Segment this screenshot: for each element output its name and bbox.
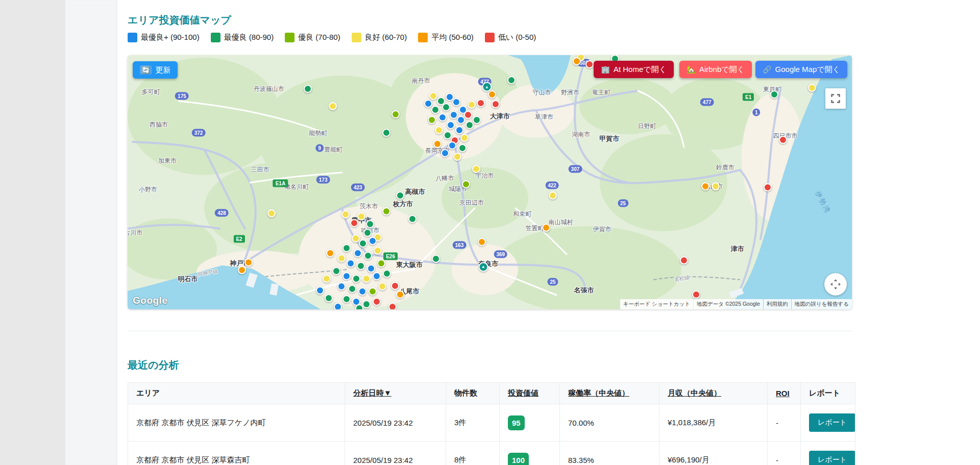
refresh-map-button[interactable]: 🔄 更新 (133, 61, 178, 79)
column-header-link[interactable]: 投資価値 (500, 383, 560, 404)
area-marker[interactable] (431, 106, 439, 114)
area-marker[interactable] (542, 224, 550, 232)
column-header-link[interactable]: 月収（中央値） (659, 383, 768, 404)
area-marker[interactable] (391, 110, 400, 118)
area-marker[interactable] (770, 90, 778, 99)
pan-control[interactable] (824, 273, 847, 296)
area-marker[interactable] (350, 219, 358, 227)
area-marker[interactable] (374, 247, 382, 255)
fullscreen-button[interactable] (825, 88, 846, 109)
area-marker[interactable] (477, 99, 485, 107)
open-airbnb-button[interactable]: 🏡 Airbnbで開く (679, 61, 752, 78)
area-marker[interactable] (388, 303, 397, 309)
area-marker[interactable] (507, 76, 516, 84)
report-map-error-link[interactable]: 地図の誤りを報告する (792, 299, 852, 309)
area-marker[interactable] (549, 191, 557, 200)
area-marker[interactable] (460, 134, 469, 142)
area-marker[interactable] (352, 275, 360, 283)
area-marker[interactable] (325, 294, 333, 302)
column-header-link[interactable]: ROI (768, 383, 801, 404)
report-button[interactable]: レポート (809, 451, 855, 465)
investment-map[interactable]: 多可町丹波篠山市南丹市西脇市加東市小野市古川市三田市猪名川町能勢町豊能町明石市神… (128, 55, 852, 309)
area-marker[interactable] (692, 290, 700, 299)
area-marker[interactable] (369, 287, 377, 296)
area-marker[interactable] (267, 209, 276, 217)
area-marker[interactable] (492, 100, 500, 108)
area-marker[interactable] (362, 300, 371, 308)
area-marker[interactable] (348, 285, 356, 293)
area-marker[interactable] (444, 131, 452, 139)
area-marker[interactable] (369, 237, 377, 245)
area-marker[interactable] (458, 144, 467, 152)
terms-link[interactable]: 利用規約 (764, 299, 791, 309)
area-marker[interactable] (447, 121, 455, 129)
area-marker[interactable] (342, 244, 351, 252)
area-marker[interactable] (455, 126, 463, 134)
area-marker[interactable] (452, 98, 460, 106)
area-marker[interactable] (573, 57, 581, 65)
area-marker[interactable] (712, 182, 720, 190)
area-marker[interactable] (448, 141, 456, 150)
area-marker[interactable] (701, 182, 709, 190)
area-marker[interactable] (326, 249, 334, 257)
column-header-sort[interactable]: 分析日時▼ (345, 383, 446, 404)
open-athome-button[interactable]: 🏢 At Homeで開く (594, 61, 674, 78)
area-marker[interactable] (357, 212, 365, 221)
area-marker[interactable] (441, 149, 449, 157)
area-marker[interactable] (382, 207, 390, 215)
area-marker[interactable] (462, 180, 470, 188)
area-marker[interactable] (478, 238, 486, 246)
area-marker[interactable] (464, 111, 472, 119)
area-marker[interactable] (337, 282, 346, 290)
area-marker[interactable] (323, 275, 331, 283)
area-marker[interactable] (352, 234, 360, 242)
area-marker[interactable] (364, 252, 372, 260)
area-marker[interactable] (358, 287, 366, 296)
area-marker[interactable] (337, 254, 346, 262)
area-marker[interactable] (355, 304, 363, 310)
area-marker[interactable] (367, 264, 375, 273)
area-marker[interactable] (433, 140, 442, 148)
area-marker[interactable]: ▲ (478, 262, 488, 272)
area-marker[interactable] (808, 84, 816, 92)
area-marker[interactable] (779, 136, 787, 144)
area-marker[interactable] (362, 275, 371, 283)
area-marker[interactable] (373, 298, 381, 306)
area-marker[interactable] (329, 102, 337, 110)
area-marker[interactable] (424, 100, 432, 108)
area-marker[interactable] (332, 267, 340, 275)
area-marker[interactable] (341, 210, 350, 218)
area-marker[interactable] (342, 272, 351, 280)
area-marker[interactable] (396, 191, 404, 200)
area-marker[interactable] (408, 215, 416, 223)
area-marker[interactable] (238, 266, 246, 274)
area-marker[interactable] (354, 249, 362, 257)
area-marker[interactable] (428, 116, 436, 124)
area-marker[interactable] (366, 220, 374, 228)
area-marker[interactable] (334, 303, 342, 309)
area-marker[interactable] (396, 290, 404, 299)
column-header-link[interactable]: 稼働率（中央値） (560, 383, 659, 404)
keyboard-shortcuts-link[interactable]: キーボード ショートカット (620, 299, 693, 309)
area-marker[interactable] (244, 258, 253, 266)
area-marker[interactable] (585, 60, 594, 68)
area-marker[interactable]: ▲ (482, 82, 492, 92)
area-marker[interactable] (342, 295, 351, 303)
area-marker[interactable] (468, 101, 476, 109)
area-marker[interactable] (442, 103, 450, 111)
area-marker[interactable] (363, 229, 372, 237)
area-marker[interactable] (391, 282, 399, 290)
area-marker[interactable] (347, 259, 355, 267)
area-marker[interactable] (488, 90, 496, 99)
open-google-map-button[interactable]: 🔗 Google Mapで開く (755, 61, 847, 78)
area-marker[interactable] (473, 116, 481, 124)
area-marker[interactable] (435, 126, 443, 134)
area-marker[interactable] (373, 272, 381, 280)
area-marker[interactable] (450, 111, 458, 119)
area-marker[interactable] (377, 259, 385, 267)
area-marker[interactable] (304, 85, 312, 93)
area-marker[interactable] (438, 113, 447, 121)
area-marker[interactable] (764, 183, 772, 191)
area-marker[interactable] (457, 116, 465, 124)
area-marker[interactable] (472, 165, 480, 173)
